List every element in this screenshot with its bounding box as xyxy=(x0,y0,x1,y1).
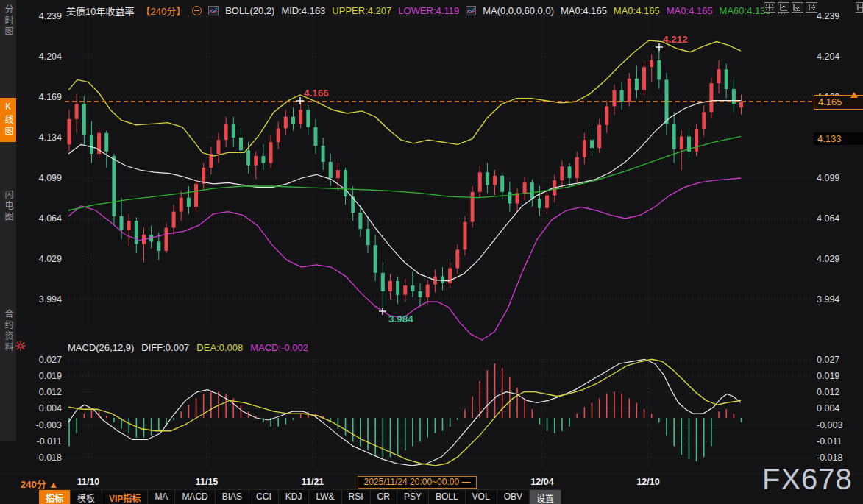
price-up-arrow-icon xyxy=(850,92,858,98)
candle-body xyxy=(344,170,347,196)
period-badge[interactable]: 【240分】 xyxy=(141,4,185,18)
ma-indicator-icon[interactable] xyxy=(466,6,476,15)
toolbar-item-VOL[interactable]: VOL xyxy=(466,490,497,504)
right-axis-panel-icon[interactable] xyxy=(792,2,803,13)
candle-body xyxy=(388,281,392,291)
candle-body xyxy=(322,146,325,162)
candle-body xyxy=(665,79,669,124)
toolbar-item-CR[interactable]: CR xyxy=(371,490,397,504)
alert-starburst-icon[interactable] xyxy=(15,340,26,355)
toolbar-item-VIP指标[interactable]: VIP指标 xyxy=(102,490,148,504)
price-annotation: 4.166 xyxy=(304,88,329,99)
candle-body xyxy=(120,216,124,230)
toolbar-item-LW&[interactable]: LW& xyxy=(309,490,341,504)
x-axis-tick-label: 11/15 xyxy=(196,477,219,487)
candle-body xyxy=(366,229,370,245)
candles-layer xyxy=(68,47,744,310)
candle-body xyxy=(127,221,131,230)
y-axis-label-right: 0.004 xyxy=(817,403,839,414)
y-axis-label-right: -0.018 xyxy=(817,452,842,463)
candle-body xyxy=(329,162,333,178)
candle-body xyxy=(202,168,205,184)
candle-body xyxy=(164,228,168,251)
boll-upper-line xyxy=(68,40,741,156)
candle-body xyxy=(403,285,407,295)
candle-body xyxy=(523,182,527,193)
x-axis-row: 240分 ▲ 11/1011/1511/2112/0412/10 2025/11… xyxy=(0,474,863,489)
candle-body xyxy=(306,110,310,127)
toolbar-item-指标[interactable]: 指标 xyxy=(39,490,71,504)
toolbar-item-设置[interactable]: 设置 xyxy=(530,490,561,504)
left-axis-panel-icon[interactable] xyxy=(778,2,789,13)
candle-body xyxy=(597,125,601,148)
candle-body xyxy=(709,83,713,112)
candle-body xyxy=(605,107,608,125)
grid-layer xyxy=(65,16,812,467)
boll-indicator-icon[interactable] xyxy=(208,6,219,15)
toolbar-item-KDJ[interactable]: KDJ xyxy=(279,490,310,504)
candle-body xyxy=(426,285,430,297)
candle-body xyxy=(642,67,646,90)
x-axis-tick-label: 11/10 xyxy=(77,477,100,487)
candle-body xyxy=(620,90,624,102)
app-window: 4.1664.2123.9844.2394.2394.2044.2044.169… xyxy=(0,0,863,504)
candle-body xyxy=(254,156,258,166)
indicator-toolbar: 指标模板VIP指标MAMACDBIASCCIKDJLW&RSICRPSYBOLL… xyxy=(39,489,561,504)
candle-body xyxy=(82,104,86,135)
main-chart[interactable]: 4.1664.2123.9844.2394.2394.2044.2044.169… xyxy=(0,0,863,475)
candle-body xyxy=(269,142,273,163)
candle-body xyxy=(411,285,414,291)
candle-body xyxy=(612,90,616,107)
y-axis-label-right: 4.099 xyxy=(817,173,839,183)
toolbar-item-CCI[interactable]: CCI xyxy=(249,490,279,504)
toolbar-item-MACD[interactable]: MACD xyxy=(175,490,215,504)
toolbar-item-RSI[interactable]: RSI xyxy=(342,490,371,504)
candle-body xyxy=(135,221,138,244)
candle-body xyxy=(560,166,564,180)
candle-body xyxy=(508,192,511,204)
candle-body xyxy=(194,184,198,207)
candle-body xyxy=(590,140,594,148)
candle-body xyxy=(635,79,639,90)
toolbar-item-MA[interactable]: MA xyxy=(148,490,175,504)
candle-body xyxy=(545,196,549,208)
candle-body xyxy=(224,124,228,140)
boll-mid-value: MID:4.163 xyxy=(281,5,325,16)
ma-label: MA(0,0,0,60,0,0) xyxy=(483,5,554,16)
toolbar-item-BOLL[interactable]: BOLL xyxy=(429,490,466,504)
y-axis-label-left: 4.169 xyxy=(39,92,62,102)
candle-body xyxy=(575,157,579,178)
candle-body xyxy=(657,60,661,80)
candle-body xyxy=(75,104,79,118)
toolbar-item-OBV[interactable]: OBV xyxy=(497,490,530,504)
toolbar-item-模板[interactable]: 模板 xyxy=(71,490,102,504)
candle-body xyxy=(104,133,108,152)
candle-body xyxy=(486,172,489,185)
boll-lower-value: LOWER:4.119 xyxy=(398,5,459,16)
pan-right-icon[interactable] xyxy=(806,2,817,13)
macd-legend: MACD(26,12,9) DIFF:0.007 DEA:0.008 MACD:… xyxy=(68,342,308,353)
y-axis-label-right: -0.003 xyxy=(817,420,842,430)
overlay-lines-layer xyxy=(68,40,741,340)
candle-body xyxy=(530,182,534,199)
candle-body xyxy=(419,291,422,297)
y-axis-label-right: -0.011 xyxy=(817,436,842,447)
y-axis-label-left: 4.029 xyxy=(39,254,62,264)
ma0-magenta-value: MA0:4.165 xyxy=(667,5,713,16)
y-axis-label-right: 4.239 xyxy=(817,11,839,21)
crosshair-icon[interactable] xyxy=(764,2,775,13)
candle-body xyxy=(538,199,541,208)
y-axis-label-left: 3.994 xyxy=(39,294,62,305)
candle-body xyxy=(313,127,317,146)
candle-body xyxy=(239,138,243,150)
toolbar-item-PSY[interactable]: PSY xyxy=(397,490,429,504)
collapse-icon[interactable] xyxy=(192,6,202,15)
candle-body xyxy=(180,198,183,212)
candle-body xyxy=(246,150,250,165)
y-axis-label-right: 3.994 xyxy=(817,294,839,305)
macd-label: MACD(26,12,9) xyxy=(68,342,134,353)
y-axis-label-right: 0.012 xyxy=(817,387,839,397)
candle-body xyxy=(277,128,280,142)
instrument-title: 美债10年收益率 xyxy=(66,4,134,18)
toolbar-item-BIAS[interactable]: BIAS xyxy=(216,490,249,504)
